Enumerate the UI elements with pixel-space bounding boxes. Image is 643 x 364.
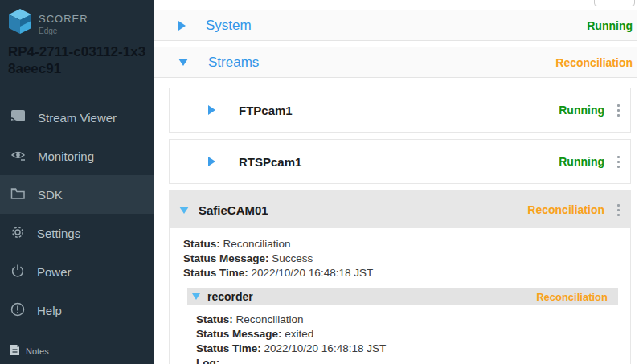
sidebar-item-monitoring[interactable]: Monitoring xyxy=(0,137,154,175)
triangle-right-icon[interactable] xyxy=(208,157,215,166)
stream-details: Status: Reconciliation Status Message: S… xyxy=(170,228,630,364)
status-badge: Running xyxy=(559,155,604,168)
status-line: Status: Reconciliation xyxy=(183,237,617,252)
status-message-line: Status Message: exited xyxy=(196,327,618,342)
status-time-line: Status Time: 2022/10/20 16:48:18 JST xyxy=(196,342,618,356)
scrollbar-track[interactable] xyxy=(637,0,637,364)
stream-card-safiecam01: SafieCAM01 Reconciliation Status: Reconc… xyxy=(169,190,631,364)
triangle-down-icon[interactable] xyxy=(192,293,200,300)
stream-card-header[interactable]: SafieCAM01 Reconciliation xyxy=(170,191,630,228)
stream-card-rtspcam1: RTSPcam1 Running xyxy=(169,139,631,184)
status-message-line: Status Message: Success xyxy=(183,252,617,266)
status-value: Reconciliation xyxy=(223,238,291,250)
gear-icon xyxy=(10,225,25,242)
status-time-line: Status Time: 2022/10/20 16:48:18 JST xyxy=(183,266,617,280)
top-bar xyxy=(154,0,643,10)
stream-name: FTPcam1 xyxy=(239,104,293,117)
sidebar-item-label: Monitoring xyxy=(38,149,94,163)
status-message-label: Status Message: xyxy=(196,328,282,340)
brand-name: SCORER xyxy=(39,13,88,25)
sidebar-item-help[interactable]: Help xyxy=(0,291,154,329)
status-badge: Running xyxy=(587,19,633,32)
brand-subtitle: Edge xyxy=(39,27,88,35)
stream-name: RTSPcam1 xyxy=(239,155,301,169)
sidebar-item-notes[interactable]: Notes xyxy=(10,344,49,358)
partial-top-button[interactable] xyxy=(594,0,635,6)
section-label: System xyxy=(206,18,252,34)
kebab-menu-icon[interactable] xyxy=(615,201,622,219)
monitoring-eye-icon xyxy=(10,148,26,164)
triangle-down-icon[interactable] xyxy=(178,59,188,66)
status-badge: Running xyxy=(559,104,604,117)
alert-circle-icon xyxy=(10,302,25,319)
sidebar: SCORER Edge RP4-2711-c03112-1x38aeec91 S… xyxy=(0,0,154,364)
triangle-right-icon[interactable] xyxy=(208,105,215,115)
stream-card-ftpcam1: FTPcam1 Running xyxy=(169,88,631,133)
section-label: Streams xyxy=(208,55,259,71)
sidebar-item-label: Stream Viewer xyxy=(38,111,117,125)
stream-name: SafieCAM01 xyxy=(199,203,268,217)
status-message-value: exited xyxy=(285,328,313,340)
kebab-menu-icon[interactable] xyxy=(615,101,622,120)
process-group-header[interactable]: recorder Reconciliation xyxy=(187,288,618,305)
process-name: recorder xyxy=(207,290,253,303)
cast-icon xyxy=(10,109,26,125)
sidebar-item-label: Settings xyxy=(37,227,80,240)
status-message-label: Status Message: xyxy=(183,252,269,264)
sidebar-item-stream-viewer[interactable]: Stream Viewer xyxy=(0,98,154,137)
status-time-label: Status Time: xyxy=(196,342,261,354)
main-panel: System Running Streams Reconciliation FT… xyxy=(154,0,643,364)
folder-icon xyxy=(10,187,26,202)
log-line: Log: xyxy=(196,356,618,364)
section-row-streams[interactable]: Streams Reconciliation xyxy=(154,47,637,78)
status-badge: Reconciliation xyxy=(555,56,633,69)
sidebar-item-label: Help xyxy=(37,304,62,317)
process-group-recorder: recorder Reconciliation Status: Reconcil… xyxy=(187,288,618,364)
sidebar-item-label: Power xyxy=(37,265,72,279)
status-message-value: Success xyxy=(272,252,313,264)
process-details: Status: Reconciliation Status Message: e… xyxy=(187,305,618,364)
status-badge: Reconciliation xyxy=(527,203,604,216)
sidebar-item-settings[interactable]: Settings xyxy=(0,214,154,252)
note-icon xyxy=(10,344,20,358)
sidebar-item-power[interactable]: Power xyxy=(0,252,154,291)
scorer-cube-logo-icon xyxy=(8,8,32,39)
sidebar-item-label: SDK xyxy=(38,188,63,202)
status-value: Reconciliation xyxy=(236,313,304,325)
status-time-label: Status Time: xyxy=(183,267,248,279)
device-id: RP4-2711-c03112-1x38aeec91 xyxy=(0,39,154,77)
sidebar-item-sdk[interactable]: SDK xyxy=(0,175,154,214)
triangle-right-icon[interactable] xyxy=(178,21,186,31)
status-badge: Reconciliation xyxy=(536,291,608,303)
notes-label: Notes xyxy=(26,346,49,356)
kebab-menu-icon[interactable] xyxy=(615,153,622,171)
status-time-value: 2022/10/20 16:48:18 JST xyxy=(264,342,387,354)
streams-list: FTPcam1 Running RTSPcam1 Running xyxy=(154,78,643,364)
section-row-system[interactable]: System Running xyxy=(154,10,637,41)
brand: SCORER Edge xyxy=(0,0,154,39)
status-line: Status: Reconciliation xyxy=(196,313,618,327)
status-label: Status: xyxy=(183,238,220,250)
status-time-value: 2022/10/20 16:48:18 JST xyxy=(252,267,374,279)
log-label: Log: xyxy=(196,357,219,364)
stream-card-header[interactable]: FTPcam1 Running xyxy=(170,88,630,132)
status-label: Status: xyxy=(196,313,233,325)
power-icon xyxy=(10,264,25,280)
stream-card-header[interactable]: RTSPcam1 Running xyxy=(170,140,630,183)
sidebar-menu: Stream Viewer Monitoring SDK xyxy=(0,98,154,329)
triangle-down-icon[interactable] xyxy=(179,207,189,214)
